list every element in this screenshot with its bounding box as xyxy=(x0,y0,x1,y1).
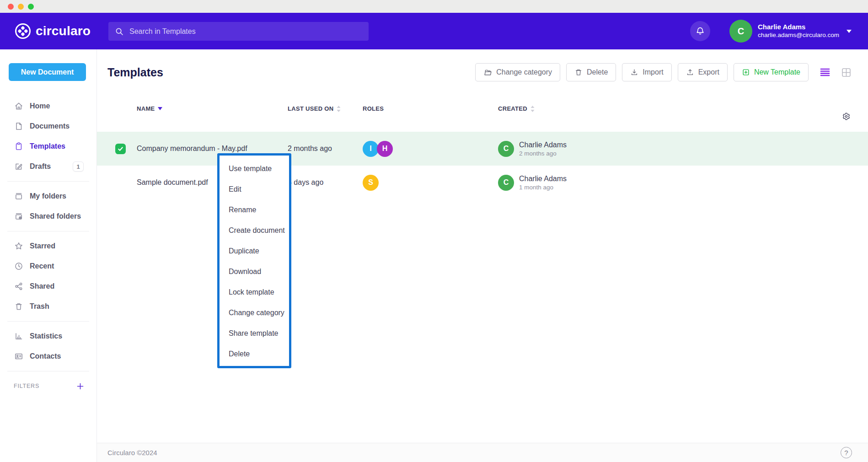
brand-name: circularo xyxy=(36,24,91,38)
help-button[interactable]: ? xyxy=(841,447,852,458)
table-row[interactable]: Sample document.pdf 5 days ago S C Charl… xyxy=(97,166,868,199)
button-label: Change category xyxy=(496,68,552,76)
column-header-created[interactable]: CREATED xyxy=(498,105,527,112)
clipboard-icon xyxy=(14,142,23,151)
sidebar-item-trash[interactable]: Trash xyxy=(0,296,96,317)
sidebar-item-drafts[interactable]: Drafts 1 xyxy=(0,156,96,177)
creator-avatar: C xyxy=(498,141,514,157)
search-input[interactable] xyxy=(129,27,362,36)
menu-item-edit[interactable]: Edit xyxy=(220,179,289,199)
sidebar-item-shared[interactable]: Shared xyxy=(0,276,96,296)
creator-name: Charlie Adams xyxy=(519,140,567,149)
window-close-button[interactable] xyxy=(8,4,14,10)
table-settings-gear-icon[interactable] xyxy=(842,112,851,121)
delete-button[interactable]: Delete xyxy=(566,63,616,81)
sidebar-item-label: Documents xyxy=(30,122,70,130)
add-filter-button[interactable] xyxy=(77,383,84,390)
row-name[interactable]: Company memorandum - May.pdf xyxy=(135,145,288,153)
sidebar-item-documents[interactable]: Documents xyxy=(0,116,96,136)
bell-icon xyxy=(695,26,705,36)
menu-item-lock-template[interactable]: Lock template xyxy=(220,282,289,302)
window-minimize-button[interactable] xyxy=(18,4,24,10)
notifications-button[interactable] xyxy=(690,21,710,41)
sidebar-item-contacts[interactable]: Contacts xyxy=(0,346,96,366)
toolbar: Change category Delete xyxy=(475,63,809,81)
created-ago: 1 month ago xyxy=(519,184,567,191)
search-icon xyxy=(115,27,124,36)
button-label: Export xyxy=(698,68,719,76)
created-ago: 2 months ago xyxy=(519,150,567,157)
sidebar-item-shared-folders[interactable]: Shared folders xyxy=(0,206,96,226)
brand-logo[interactable]: circularo xyxy=(15,23,91,39)
folder-icon xyxy=(14,192,23,201)
sort-updown-icon[interactable] xyxy=(337,106,341,112)
trash-icon xyxy=(574,68,583,76)
import-icon xyxy=(630,68,638,76)
main-content: Templates Change category xyxy=(97,49,868,462)
copyright-text: Circularo ©2024 xyxy=(107,449,157,457)
menu-item-use-template[interactable]: Use template xyxy=(220,158,289,179)
sort-desc-icon[interactable] xyxy=(158,107,162,110)
document-icon xyxy=(14,122,23,131)
sidebar-item-label: My folders xyxy=(30,192,66,200)
sidebar-item-statistics[interactable]: Statistics xyxy=(0,326,96,346)
menu-item-rename[interactable]: Rename xyxy=(220,199,289,220)
row-context-menu: Use template Edit Rename Create document… xyxy=(217,153,291,368)
page-title: Templates xyxy=(107,66,163,79)
sidebar-item-my-folders[interactable]: My folders xyxy=(0,186,96,206)
window-zoom-button[interactable] xyxy=(28,4,34,10)
user-avatar[interactable]: C xyxy=(729,20,752,43)
new-template-button[interactable]: New Template xyxy=(734,63,809,81)
creator-name: Charlie Adams xyxy=(519,174,567,183)
sidebar-item-label: Templates xyxy=(30,142,65,150)
button-label: Import xyxy=(643,68,663,76)
row-last-used: 5 days ago xyxy=(288,178,363,187)
sidebar-item-recent[interactable]: Recent xyxy=(0,256,96,276)
export-icon xyxy=(686,68,694,76)
clock-icon xyxy=(14,262,23,271)
sort-updown-icon[interactable] xyxy=(530,106,535,112)
sidebar-item-starred[interactable]: Starred xyxy=(0,236,96,256)
menu-item-create-document[interactable]: Create document xyxy=(220,220,289,241)
role-avatar[interactable]: S xyxy=(363,175,379,191)
import-button[interactable]: Import xyxy=(622,63,671,81)
menu-item-share-template[interactable]: Share template xyxy=(220,323,289,344)
plus-square-icon xyxy=(742,68,750,76)
filters-section: FILTERS xyxy=(0,376,96,396)
folder-open-icon xyxy=(483,68,492,77)
new-document-button[interactable]: New Document xyxy=(9,63,86,81)
sidebar-divider xyxy=(7,231,89,231)
sidebar-item-home[interactable]: Home xyxy=(0,96,96,116)
chevron-down-icon[interactable] xyxy=(847,30,852,33)
column-header-roles[interactable]: ROLES xyxy=(363,105,384,112)
column-header-name[interactable]: NAME xyxy=(137,105,155,112)
button-label: New Template xyxy=(754,68,800,76)
row-checkbox-checked[interactable] xyxy=(115,144,126,154)
role-avatar[interactable]: H xyxy=(377,141,393,157)
footer: Circularo ©2024 ? xyxy=(97,443,868,462)
export-button[interactable]: Export xyxy=(678,63,728,81)
app-window: circularo C Charlie Adams xyxy=(0,0,868,462)
column-header-last-used[interactable]: LAST USED ON xyxy=(288,105,333,112)
grid-view-icon[interactable] xyxy=(840,66,852,78)
sidebar-item-label: Recent xyxy=(30,262,54,270)
share-icon xyxy=(14,282,23,291)
menu-item-download[interactable]: Download xyxy=(220,261,289,282)
shared-folder-icon xyxy=(14,212,23,221)
role-avatar[interactable]: I xyxy=(363,141,379,157)
contact-card-icon xyxy=(14,352,23,361)
list-view-icon[interactable] xyxy=(819,66,831,78)
user-info[interactable]: Charlie Adams charlie.adams@circularo.co… xyxy=(758,23,839,39)
creator-avatar: C xyxy=(498,175,514,191)
sidebar-item-label: Statistics xyxy=(30,332,62,340)
sidebar-item-label: Trash xyxy=(30,302,49,311)
menu-item-duplicate[interactable]: Duplicate xyxy=(220,241,289,261)
menu-item-change-category[interactable]: Change category xyxy=(220,302,289,323)
change-category-button[interactable]: Change category xyxy=(475,63,560,81)
sidebar-divider xyxy=(7,181,89,182)
sidebar-item-templates[interactable]: Templates xyxy=(0,136,96,156)
menu-item-delete[interactable]: Delete xyxy=(220,344,289,364)
table-row[interactable]: Company memorandum - May.pdf 2 months ag… xyxy=(97,132,868,166)
row-created: C Charlie Adams 1 month ago xyxy=(497,174,868,191)
search-bar[interactable] xyxy=(108,22,369,41)
